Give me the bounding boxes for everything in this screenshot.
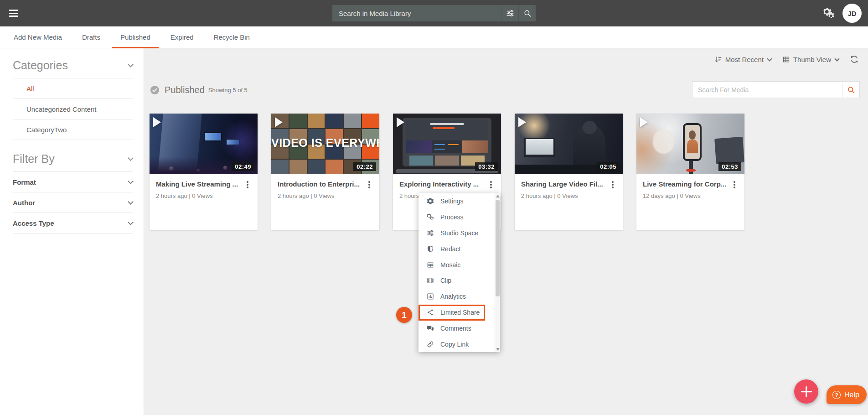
menu-item-settings[interactable]: Settings bbox=[418, 193, 495, 209]
question-circle-icon: ? bbox=[832, 391, 841, 399]
thumbnail-art bbox=[403, 118, 491, 166]
add-media-fab[interactable] bbox=[794, 379, 818, 404]
video-thumbnail[interactable]: 02:49 bbox=[150, 114, 258, 174]
media-context-menu: Settings Process Studio Space bbox=[418, 193, 500, 352]
video-thumbnail[interactable]: 02:53 bbox=[636, 114, 744, 174]
collage-tile bbox=[289, 160, 307, 174]
thumbnail-art bbox=[226, 139, 239, 145]
filter-by-header[interactable]: Filter By bbox=[13, 146, 133, 172]
scroll-down-arrow-icon[interactable] bbox=[496, 348, 500, 351]
tab-drafts[interactable]: Drafts bbox=[81, 26, 101, 48]
duration-badge: 03:32 bbox=[475, 162, 498, 171]
categories-header[interactable]: Categories bbox=[13, 53, 133, 78]
kebab-menu-icon[interactable] bbox=[490, 184, 492, 186]
media-title[interactable]: Making Live Streaming ... bbox=[156, 180, 238, 188]
thumbnail-art bbox=[204, 132, 222, 141]
video-thumbnail[interactable]: VIDEO IS EVERYWHERE 02:22 bbox=[271, 114, 379, 174]
media-title[interactable]: Live Streaming for Corp... bbox=[643, 180, 726, 188]
filter-item-access-type[interactable]: Access Type bbox=[13, 213, 133, 233]
media-card[interactable]: VIDEO IS EVERYWHERE 02:22 Introduction t… bbox=[271, 114, 379, 230]
thumbnail-art bbox=[683, 123, 702, 161]
scrollbar-thumb[interactable] bbox=[496, 200, 500, 296]
link-icon bbox=[427, 341, 434, 348]
tab-recycle-bin[interactable]: Recycle Bin bbox=[213, 26, 251, 48]
top-right-controls: JD bbox=[822, 0, 862, 26]
video-thumbnail[interactable]: 02:05 bbox=[515, 114, 623, 174]
kebab-menu-icon[interactable] bbox=[734, 184, 735, 186]
library-search-bar bbox=[332, 5, 536, 21]
media-search-input[interactable] bbox=[692, 81, 842, 98]
refresh-icon[interactable] bbox=[850, 55, 859, 64]
kebab-menu-icon[interactable] bbox=[247, 184, 248, 186]
grid-icon bbox=[427, 261, 434, 269]
media-card[interactable]: 02:49 Making Live Streaming ... 2 hours … bbox=[150, 114, 258, 230]
hamburger-menu-icon[interactable] bbox=[9, 10, 18, 17]
scroll-up-arrow-icon[interactable] bbox=[496, 195, 500, 197]
menu-item-copy-link[interactable]: Copy Link bbox=[418, 336, 495, 352]
status-row: Published Showing 5 of 5 bbox=[150, 85, 248, 95]
tab-bar: Add New Media Drafts Published Expired R… bbox=[0, 26, 868, 48]
card-info: Making Live Streaming ... 2 hours ago | … bbox=[150, 174, 258, 199]
video-thumbnail[interactable]: 03:32 bbox=[393, 114, 501, 174]
sidebar: Categories All Uncategorized Content Cat… bbox=[0, 48, 144, 415]
tab-published[interactable]: Published bbox=[119, 26, 151, 48]
media-title[interactable]: Exploring Interactivity ... bbox=[399, 180, 479, 188]
chevron-down-icon bbox=[128, 155, 134, 161]
annotation-badge: 1 bbox=[396, 307, 412, 323]
filter-item-author[interactable]: Author bbox=[13, 192, 133, 213]
thumbnail-art bbox=[686, 169, 696, 172]
collage-tile bbox=[271, 160, 289, 174]
media-title[interactable]: Introduction to Enterpri... bbox=[278, 180, 360, 188]
duration-badge: 02:22 bbox=[353, 162, 376, 171]
sidebar-item-uncategorized[interactable]: Uncategorized Content bbox=[13, 99, 133, 119]
top-bar: JD bbox=[0, 0, 868, 26]
thumbnail-overlay-text: VIDEO IS EVERYWHERE bbox=[271, 136, 379, 150]
view-dropdown[interactable]: Thumb View bbox=[782, 56, 839, 63]
sidebar-item-all[interactable]: All bbox=[13, 78, 133, 99]
thumbnail-art bbox=[714, 137, 744, 164]
media-search-button[interactable] bbox=[842, 81, 860, 98]
kebab-menu-icon[interactable] bbox=[368, 184, 370, 186]
menu-item-process[interactable]: Process bbox=[418, 209, 495, 225]
view-toolbar: Most Recent Thumb View bbox=[714, 55, 859, 64]
chevron-down-icon bbox=[128, 178, 134, 184]
page-title: Published bbox=[165, 85, 205, 95]
menu-item-redact[interactable]: Redact bbox=[418, 241, 495, 257]
menu-scrollbar[interactable] bbox=[495, 193, 500, 352]
kebab-menu-icon[interactable] bbox=[612, 184, 614, 186]
menu-item-studio-space[interactable]: Studio Space bbox=[418, 225, 495, 241]
filter-icon[interactable] bbox=[501, 5, 518, 21]
menu-item-clip[interactable]: Clip bbox=[418, 273, 495, 289]
chart-icon bbox=[427, 293, 434, 300]
menu-item-mosaic[interactable]: Mosaic bbox=[418, 257, 495, 273]
library-search-input[interactable] bbox=[332, 5, 501, 21]
avatar[interactable]: JD bbox=[842, 4, 862, 23]
content-area bbox=[144, 48, 868, 415]
thumbnail-art bbox=[524, 138, 554, 157]
search-icon[interactable] bbox=[518, 5, 536, 21]
collage-tile bbox=[326, 160, 343, 174]
media-meta: 2 hours ago | 0 Views bbox=[521, 192, 616, 199]
filter-item-format[interactable]: Format bbox=[13, 172, 133, 192]
media-card[interactable]: 02:53 Live Streaming for Corp... 12 days… bbox=[636, 114, 744, 230]
menu-item-limited-share[interactable]: Limited Share bbox=[418, 305, 495, 321]
share-icon bbox=[427, 309, 434, 316]
tab-expired[interactable]: Expired bbox=[170, 26, 195, 48]
card-info: Sharing Large Video Fil... 2 hours ago |… bbox=[515, 174, 623, 199]
help-button[interactable]: ? Help bbox=[827, 385, 867, 404]
play-icon bbox=[640, 117, 648, 127]
admin-gears-icon[interactable] bbox=[822, 7, 834, 19]
chevron-down-icon bbox=[834, 56, 839, 61]
sort-dropdown[interactable]: Most Recent bbox=[714, 56, 771, 63]
chevron-down-icon bbox=[767, 56, 772, 61]
collage-tile bbox=[362, 114, 379, 128]
media-title[interactable]: Sharing Large Video Fil... bbox=[521, 180, 603, 188]
play-icon bbox=[153, 117, 161, 127]
context-menu-list: Settings Process Studio Space bbox=[418, 193, 495, 352]
menu-item-comments[interactable]: Comments bbox=[418, 320, 495, 336]
media-card[interactable]: 02:05 Sharing Large Video Fil... 2 hours… bbox=[515, 114, 623, 230]
media-search bbox=[692, 81, 860, 98]
tab-add-new-media[interactable]: Add New Media bbox=[13, 26, 63, 48]
menu-item-analytics[interactable]: Analytics bbox=[418, 289, 495, 305]
sidebar-item-categorytwo[interactable]: CategoryTwo bbox=[13, 119, 133, 140]
